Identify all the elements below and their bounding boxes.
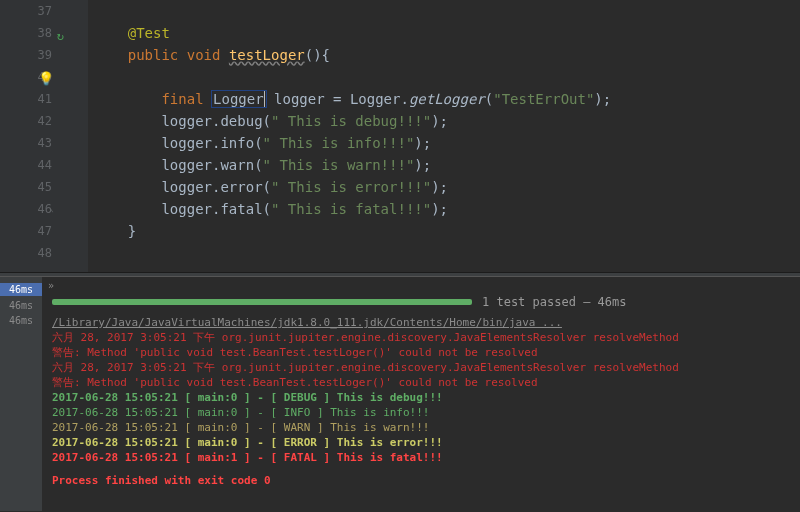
test-node[interactable]: 46ms bbox=[0, 315, 42, 326]
run-test-icon[interactable]: ↻ bbox=[57, 25, 64, 47]
test-node-root[interactable]: 46ms bbox=[0, 283, 42, 296]
expand-chevron-icon[interactable]: » bbox=[42, 277, 800, 291]
test-progress-bar: 1 test passed – 46ms bbox=[42, 291, 800, 315]
log-line: 警告: Method 'public void test.BeanTest.te… bbox=[52, 375, 790, 390]
exit-line: Process finished with exit code 0 bbox=[52, 473, 790, 488]
method-name: testLoger bbox=[229, 47, 305, 63]
test-runner-panel: 46ms 46ms 46ms » 1 test passed – 46ms /L… bbox=[0, 277, 800, 511]
code-area[interactable]: @Test public void testLoger(){ final Log… bbox=[88, 0, 611, 272]
editor-margin bbox=[70, 0, 88, 272]
progress-fill bbox=[52, 299, 472, 305]
log-line: 警告: Method 'public void test.BeanTest.te… bbox=[52, 345, 790, 360]
test-node[interactable]: 46ms bbox=[0, 300, 42, 311]
type-ref: Logger bbox=[212, 91, 266, 107]
test-status-time: – 46ms bbox=[583, 295, 626, 309]
code-editor[interactable]: 37 38↻ 39 40💡 41 42 43 44 45 46⌃ 47 48 @… bbox=[0, 0, 800, 272]
test-status-label: 1 test passed bbox=[482, 295, 576, 309]
command-line: /Library/Java/JavaVirtualMachines/jdk1.8… bbox=[52, 315, 790, 330]
line-number-gutter: 37 38↻ 39 40💡 41 42 43 44 45 46⌃ 47 48 bbox=[0, 0, 70, 272]
log-line-warn: 2017-06-28 15:05:21 [ main:0 ] - [ WARN … bbox=[52, 420, 790, 435]
log-line-error: 2017-06-28 15:05:21 [ main:0 ] - [ ERROR… bbox=[52, 435, 790, 450]
log-line: 六月 28, 2017 3:05:21 下午 org.junit.jupiter… bbox=[52, 360, 790, 375]
test-tree-sidebar[interactable]: 46ms 46ms 46ms bbox=[0, 277, 42, 511]
log-line-debug: 2017-06-28 15:05:21 [ main:0 ] - [ DEBUG… bbox=[52, 390, 790, 405]
log-line-info: 2017-06-28 15:05:21 [ main:0 ] - [ INFO … bbox=[52, 405, 790, 420]
log-line: 六月 28, 2017 3:05:21 下午 org.junit.jupiter… bbox=[52, 330, 790, 345]
log-line-fatal: 2017-06-28 15:05:21 [ main:1 ] - [ FATAL… bbox=[52, 450, 790, 465]
annotation: @Test bbox=[128, 25, 170, 41]
console-output[interactable]: /Library/Java/JavaVirtualMachines/jdk1.8… bbox=[42, 315, 800, 511]
intention-bulb-icon[interactable]: 💡 bbox=[38, 68, 54, 90]
